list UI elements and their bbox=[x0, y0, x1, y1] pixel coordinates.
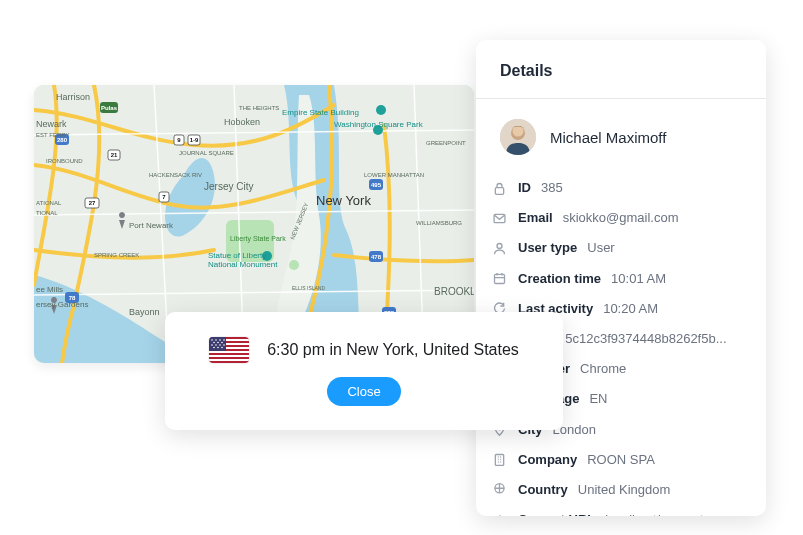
details-header: Details bbox=[476, 40, 766, 99]
svg-text:27: 27 bbox=[89, 200, 96, 206]
map-label: ee Mills bbox=[36, 285, 63, 294]
tooltip-text: 6:30 pm in New York, United States bbox=[267, 341, 519, 359]
building-icon bbox=[490, 451, 508, 469]
map-label: Harrison bbox=[56, 92, 90, 102]
detail-value: 5c12c3f9374448b8262f5b... bbox=[565, 330, 726, 348]
map-label: Jersey City bbox=[204, 181, 253, 192]
svg-rect-33 bbox=[209, 355, 249, 357]
map-label: LOWER MANHATTAN bbox=[364, 172, 424, 178]
detail-item: Current URLlocalhost/support bbox=[490, 505, 752, 516]
svg-rect-32 bbox=[209, 351, 249, 353]
svg-point-44 bbox=[215, 344, 217, 346]
detail-item: User typeUser bbox=[490, 233, 752, 263]
map-label: Washington Square Park bbox=[334, 120, 424, 129]
mail-icon bbox=[490, 209, 508, 227]
svg-point-52 bbox=[513, 126, 524, 137]
profile-name: Michael Maximoff bbox=[550, 129, 666, 146]
details-panel: Details Michael Maximoff ID385Emailskiok… bbox=[476, 40, 766, 516]
map-label: BROOKL bbox=[434, 286, 474, 297]
svg-text:495: 495 bbox=[371, 182, 382, 188]
map-label: SPRING CREEK bbox=[94, 252, 139, 258]
svg-text:Pulas: Pulas bbox=[101, 105, 118, 111]
svg-point-45 bbox=[219, 344, 221, 346]
lock-icon bbox=[490, 179, 508, 197]
svg-point-36 bbox=[211, 339, 213, 341]
detail-label: Country bbox=[518, 481, 568, 499]
map-label: EST FERRY bbox=[36, 132, 69, 138]
map-label: ELLIS ISLAND bbox=[292, 285, 325, 291]
detail-item: Emailskiokko@gmail.com bbox=[490, 203, 752, 233]
svg-point-48 bbox=[217, 346, 219, 348]
svg-point-47 bbox=[213, 346, 215, 348]
location-tooltip: 6:30 pm in New York, United States Close bbox=[165, 312, 563, 430]
detail-item: CompanyROON SPA bbox=[490, 445, 752, 475]
map-label: ATIONAL bbox=[36, 200, 62, 206]
svg-point-25 bbox=[376, 105, 386, 115]
detail-value: 10:20 AM bbox=[603, 300, 658, 318]
detail-label: ID bbox=[518, 179, 531, 197]
svg-point-2 bbox=[289, 260, 299, 270]
map-label: THE HEIGHTS bbox=[239, 105, 279, 111]
detail-label: User type bbox=[518, 239, 577, 257]
detail-value: 385 bbox=[541, 179, 563, 197]
svg-rect-34 bbox=[209, 359, 249, 361]
close-button[interactable]: Close bbox=[327, 377, 400, 406]
svg-point-38 bbox=[219, 339, 221, 341]
calendar-icon bbox=[490, 270, 508, 288]
map-label: Hoboken bbox=[224, 117, 260, 127]
map-label: Bayonn bbox=[129, 307, 160, 317]
map-label: TIONAL bbox=[36, 210, 58, 216]
map-label: JOURNAL SQUARE bbox=[179, 150, 234, 156]
svg-text:478: 478 bbox=[371, 254, 382, 260]
detail-label: Company bbox=[518, 451, 577, 469]
detail-value: Chrome bbox=[580, 360, 626, 378]
svg-point-43 bbox=[211, 344, 213, 346]
avatar bbox=[500, 119, 536, 155]
detail-value: EN bbox=[589, 390, 607, 408]
map-label: HACKENSACK RIV bbox=[149, 172, 202, 178]
svg-rect-35 bbox=[209, 337, 226, 351]
detail-value: ROON SPA bbox=[587, 451, 655, 469]
map-label: Empire State Building bbox=[282, 108, 359, 117]
map-label: Liberty State Park bbox=[230, 235, 286, 243]
detail-label: Email bbox=[518, 209, 553, 227]
profile-row: Michael Maximoff bbox=[476, 99, 766, 163]
detail-value: User bbox=[587, 239, 614, 257]
map-label: ersey Gardens bbox=[36, 300, 88, 309]
detail-item: CountryUnited Kingdom bbox=[490, 475, 752, 505]
svg-point-46 bbox=[223, 344, 225, 346]
svg-point-41 bbox=[217, 341, 219, 343]
details-title: Details bbox=[500, 62, 742, 80]
svg-point-37 bbox=[215, 339, 217, 341]
svg-text:21: 21 bbox=[111, 152, 118, 158]
user-icon bbox=[490, 239, 508, 257]
detail-label: Creation time bbox=[518, 270, 601, 288]
us-flag-icon bbox=[209, 337, 249, 363]
tooltip-content: 6:30 pm in New York, United States bbox=[209, 337, 519, 363]
link-icon bbox=[490, 511, 508, 516]
detail-label: Current URL bbox=[518, 511, 595, 516]
svg-point-39 bbox=[223, 339, 225, 341]
detail-value: 10:01 AM bbox=[611, 270, 666, 288]
detail-item: Creation time10:01 AM bbox=[490, 264, 752, 294]
svg-point-40 bbox=[213, 341, 215, 343]
map-label: Port Newark bbox=[129, 221, 174, 230]
detail-item: ID385 bbox=[490, 173, 752, 203]
detail-value: United Kingdom bbox=[578, 481, 671, 499]
map-label: Newark bbox=[36, 119, 67, 129]
map-label: GREENPOINT bbox=[426, 140, 466, 146]
detail-value: skiokko@gmail.com bbox=[563, 209, 679, 227]
map-label: New York bbox=[316, 193, 371, 208]
svg-text:1-9: 1-9 bbox=[190, 137, 199, 143]
svg-point-42 bbox=[221, 341, 223, 343]
map-label: IRONBOUND bbox=[46, 158, 83, 164]
svg-point-49 bbox=[221, 346, 223, 348]
detail-value: localhost/support bbox=[605, 511, 703, 516]
flag-icon bbox=[490, 481, 508, 499]
map-label: WILLIAMSBURG bbox=[416, 220, 462, 226]
